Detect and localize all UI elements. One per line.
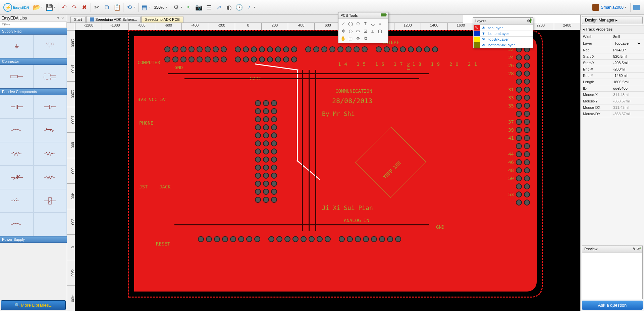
tool-group[interactable]: ⧉: [362, 35, 369, 42]
section-supply-flag[interactable]: Supply Flag: [0, 28, 67, 35]
section-connector[interactable]: Connector: [0, 58, 67, 65]
prop-row-mouse-y: Mouse-Y-368.57mil: [581, 98, 644, 104]
preview-refresh-icon[interactable]: ⟳: [637, 247, 640, 251]
user-avatar[interactable]: [592, 4, 599, 11]
share-icon[interactable]: <: [184, 3, 194, 12]
layer-row-topLayer[interactable]: ✎👁topLayer: [474, 25, 533, 31]
lib-item-cap-pol[interactable]: [34, 95, 67, 119]
ask-question-button[interactable]: Ask a question: [582, 301, 643, 310]
lib-item-conn1[interactable]: [0, 65, 34, 88]
lib-item-res2[interactable]: [34, 142, 67, 166]
tool-text[interactable]: T: [362, 20, 369, 27]
camera-icon[interactable]: 📷: [194, 3, 204, 12]
libs-filter-input[interactable]: [0, 22, 67, 28]
layers-title: Layers: [475, 19, 486, 23]
align-icon[interactable]: ▤: [140, 3, 149, 12]
lib-item-varres[interactable]: [34, 166, 67, 189]
layers-panel[interactable]: Layers⚙ ✎👁topLayer👁bottomLayer👁topSilkLa…: [473, 17, 533, 48]
design-manager-button[interactable]: Design Manager ▸: [582, 16, 643, 24]
header-bottom-2: [268, 236, 331, 242]
pcb-tools-panel[interactable]: PCB Tools ⟋ ◯ ⊙ T ◡ ○ ✥ ◌ ▭ ⊡ ⟂ ▢ ✋ ⬚ ⊗ …: [338, 12, 388, 43]
tool-move[interactable]: ✥: [340, 28, 346, 34]
steam-icon[interactable]: ◐: [224, 3, 234, 12]
battery-icon-3[interactable]: [640, 247, 640, 251]
lib-item-pot[interactable]: [0, 189, 34, 213]
lib-item-fuse[interactable]: [34, 189, 67, 213]
left-panel: ▼ ✕ Supply Flag VCC Connector Passive Co…: [0, 15, 67, 311]
lib-item-ind2[interactable]: [34, 119, 67, 142]
tool-canvas-origin[interactable]: ⊡: [362, 28, 369, 34]
libs-title[interactable]: [1, 16, 57, 20]
lib-item-blank[interactable]: [34, 213, 67, 236]
tool-arc[interactable]: ◡: [369, 20, 376, 27]
undo-icon[interactable]: ↶: [60, 3, 69, 12]
prop-row-net: Net: [581, 47, 644, 53]
lib-item-vcc[interactable]: VCC: [34, 35, 67, 58]
layers-settings-icon[interactable]: ⚙: [527, 19, 530, 23]
save-icon[interactable]: 💾: [45, 3, 54, 12]
right-panel: Design Manager ▸ ◂ Track Properties Widt…: [580, 15, 644, 311]
lib-item-cap[interactable]: [0, 95, 34, 119]
lib-item-varcap[interactable]: [0, 166, 34, 189]
export-icon[interactable]: ↗: [214, 3, 224, 12]
tab-pcb[interactable]: Seeeduino ADK PCB: [141, 16, 183, 23]
pcb-canvas[interactable]: -1200-1000-800-600-400-20002004006008001…: [67, 23, 580, 311]
silk-phone: PHONE: [139, 120, 153, 126]
lib-item-ind1[interactable]: [0, 119, 34, 142]
libs-close-icon[interactable]: ✕: [60, 16, 65, 20]
svg-rect-2: [44, 74, 51, 79]
tool-pan[interactable]: ✋: [340, 35, 346, 42]
silk-jst: JST: [139, 184, 148, 189]
zoom-level[interactable]: 350%: [153, 4, 166, 10]
rotate-icon[interactable]: ⟲: [125, 3, 134, 12]
tool-rect[interactable]: ▢: [377, 28, 383, 34]
more-libraries-button[interactable]: 🔍 More Libraries...: [1, 300, 66, 310]
lib-item-coil[interactable]: [0, 213, 34, 236]
selected-track-seg1[interactable]: [255, 63, 298, 71]
preview-panel: Preview✎ ⟳: [582, 246, 643, 299]
lib-item-gnd[interactable]: [0, 35, 34, 58]
section-passive[interactable]: Passive Components: [0, 88, 67, 95]
username[interactable]: Smania2000: [601, 5, 624, 10]
tool-pad[interactable]: ◯: [347, 20, 354, 27]
open-icon[interactable]: 📂: [32, 3, 41, 12]
prop-row-id: ID: [581, 85, 644, 92]
lib-item-res1[interactable]: [0, 142, 34, 166]
paste-icon[interactable]: 📋: [112, 3, 122, 12]
prop-row-length: Length: [581, 79, 644, 85]
layer-row-topSilkLayer[interactable]: 👁topSilkLayer: [474, 37, 533, 42]
tool-image[interactable]: ▭: [355, 28, 361, 34]
info-icon[interactable]: i: [245, 3, 254, 12]
tab-schematic[interactable]: Seeeduino ADK Schem...: [86, 16, 141, 23]
messages-icon[interactable]: [633, 5, 640, 10]
tool-track[interactable]: ⟋: [340, 20, 346, 27]
tool-region[interactable]: ⬚: [347, 35, 354, 42]
libs-dropdown-icon[interactable]: ▼: [57, 16, 60, 20]
tool-via[interactable]: ⊙: [355, 20, 361, 27]
properties-header[interactable]: ◂ Track Properties: [581, 26, 644, 33]
selected-track-seg2[interactable]: [297, 70, 298, 161]
cut-icon[interactable]: ✂: [92, 3, 102, 12]
layer-row-bottomSilkLayer[interactable]: 👁bottomSilkLayer: [474, 42, 533, 48]
copy-icon[interactable]: ⧉: [102, 3, 112, 12]
silk-3v3: 3V3 VCC 5V: [138, 97, 166, 102]
prop-row-start-x: Start-X: [581, 53, 644, 60]
bom-icon[interactable]: ☰: [204, 3, 214, 12]
tool-hole[interactable]: ◌: [347, 28, 354, 34]
tool-connect[interactable]: ⊗: [355, 35, 361, 42]
battery-icon-2[interactable]: [530, 18, 531, 23]
delete-icon[interactable]: ✖: [80, 3, 89, 12]
settings-icon[interactable]: ⚙: [171, 3, 181, 12]
battery-icon[interactable]: [381, 13, 386, 16]
lib-item-conn2[interactable]: [34, 65, 67, 88]
section-power-supply[interactable]: Power Supply: [0, 236, 67, 243]
tool-measure[interactable]: ⟂: [369, 28, 376, 34]
tool-circle[interactable]: ○: [377, 20, 383, 27]
redo-icon[interactable]: ↷: [70, 3, 79, 12]
history-icon[interactable]: 🕓: [234, 3, 244, 12]
prop-row-end-y: End-Y: [581, 73, 644, 79]
tab-start[interactable]: Start: [70, 16, 86, 23]
preview-edit-icon[interactable]: ✎: [633, 247, 636, 251]
silk-jack: JACK: [159, 184, 171, 189]
layer-row-bottomLayer[interactable]: 👁bottomLayer: [474, 31, 533, 37]
